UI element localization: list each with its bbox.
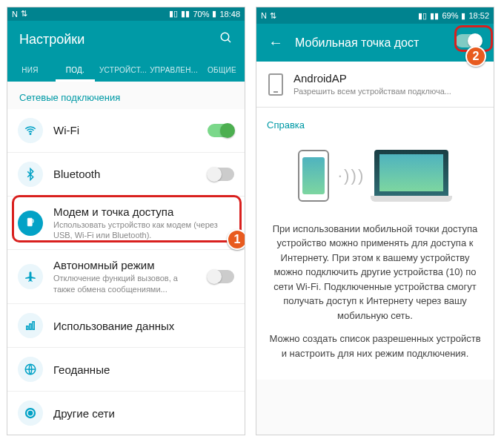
status-bar: N ⇅ ▮▯ ▮▮ 70% ▮ 18:48 — [7, 7, 245, 21]
airplane-toggle[interactable] — [208, 270, 234, 283]
help-label: Справка — [267, 118, 483, 133]
svg-line-1 — [228, 39, 231, 42]
signal-icon: ▮▯ — [169, 9, 178, 19]
battery-percent: 69% — [442, 11, 458, 20]
item-title: Другие сети — [53, 407, 234, 420]
svg-rect-4 — [27, 326, 28, 330]
tab-4[interactable]: ОБЩИЕ — [199, 59, 245, 82]
tab-1[interactable]: ПОД. — [53, 59, 98, 82]
header: ← Мобильная точка дост — [256, 24, 494, 62]
device-icon — [268, 73, 283, 96]
svg-rect-6 — [33, 322, 34, 330]
airplane-icon — [18, 264, 43, 289]
page-title: Мобильная точка дост — [295, 36, 419, 50]
annotation-badge-2: 2 — [465, 46, 486, 67]
item-airplane[interactable]: Автономный режим Отключение функций вызо… — [7, 250, 245, 304]
section-label: Сетевые подключения — [7, 82, 245, 109]
item-bluetooth[interactable]: Bluetooth — [7, 153, 245, 197]
globe-icon — [18, 357, 43, 382]
wifi-toggle[interactable] — [208, 124, 234, 137]
battery-icon: ▮ — [461, 11, 465, 21]
item-title: Wi-Fi — [53, 124, 197, 136]
illust-phone-icon — [298, 150, 329, 202]
help-paragraph-2: Можно создать список разрешенных устройс… — [267, 332, 483, 360]
item-tethering[interactable]: Модем и точка доступа Использовать устро… — [7, 197, 245, 251]
annotation-badge-1: 1 — [227, 229, 245, 250]
tab-0[interactable]: НИЯ — [7, 59, 53, 82]
item-title: Использование данных — [53, 320, 234, 332]
illust-wifi-waves-icon: · ) ) ) — [338, 163, 362, 188]
svg-rect-3 — [27, 218, 32, 226]
item-title: Геоданные — [53, 363, 234, 376]
battery-percent: 70% — [193, 10, 209, 19]
svg-point-2 — [30, 133, 31, 135]
tab-2[interactable]: УСТРОЙСТ... — [98, 59, 148, 82]
tab-3[interactable]: УПРАВЛЕН... — [148, 59, 199, 82]
item-title: Модем и точка доступа — [53, 205, 234, 218]
item-data-usage[interactable]: Использование данных — [7, 304, 245, 348]
more-icon — [18, 400, 43, 426]
transfer-icon: ⇅ — [270, 11, 276, 21]
svg-point-9 — [29, 412, 33, 415]
clock: 18:52 — [468, 11, 489, 20]
status-bar: N ⇅ ▮▯ ▮▮ 69% ▮ 18:52 — [256, 7, 494, 24]
search-button[interactable] — [219, 31, 233, 48]
bluetooth-toggle[interactable] — [208, 168, 234, 181]
search-icon — [219, 31, 233, 44]
item-location[interactable]: Геоданные — [7, 348, 245, 392]
item-title: Bluetooth — [53, 168, 197, 180]
phone-right: N ⇅ ▮▯ ▮▮ 69% ▮ 18:52 ← Мобильная точка … — [256, 7, 494, 435]
item-subtitle: Использовать устройство как модем (через… — [53, 220, 234, 241]
header: Настройки — [7, 21, 245, 59]
phone-left: N ⇅ ▮▯ ▮▮ 70% ▮ 18:48 Настройки НИЯ ПОД.… — [7, 7, 245, 435]
item-other-networks[interactable]: Другие сети — [7, 392, 245, 435]
tethering-icon — [18, 211, 43, 236]
svg-point-0 — [221, 33, 229, 41]
clock: 18:48 — [219, 10, 240, 19]
svg-rect-5 — [30, 324, 31, 330]
transfer-icon: ⇅ — [21, 9, 27, 19]
settings-list: Wi-Fi Bluetooth Модем и точка доступа Ис… — [7, 109, 245, 435]
signal2-icon: ▮▮ — [430, 11, 439, 21]
data-usage-icon — [18, 313, 43, 338]
page-title: Настройки — [19, 32, 84, 47]
help-section: Справка · ) ) ) При использовании мобиль… — [256, 108, 494, 380]
illust-laptop-icon — [371, 150, 452, 202]
back-button[interactable]: ← — [268, 34, 283, 51]
wifi-icon — [18, 118, 43, 143]
help-paragraph-1: При использовании мобильной точки доступ… — [267, 222, 483, 323]
ap-name: AndroidAP — [294, 72, 482, 85]
help-illustration: · ) ) ) — [267, 139, 483, 213]
ap-item[interactable]: AndroidAP Разрешить всем устройствам под… — [256, 62, 494, 108]
item-subtitle: Отключение функций вызовов, а также обме… — [53, 273, 197, 294]
nfc-icon: N — [261, 11, 267, 20]
signal2-icon: ▮▮ — [181, 9, 190, 19]
battery-icon: ▮ — [212, 9, 216, 19]
bluetooth-icon — [18, 162, 43, 187]
item-title: Автономный режим — [53, 259, 197, 271]
ap-subtitle: Разрешить всем устройствам подключа... — [294, 86, 482, 96]
nfc-icon: N — [12, 10, 18, 19]
tabs: НИЯ ПОД. УСТРОЙСТ... УПРАВЛЕН... ОБЩИЕ — [7, 59, 245, 82]
item-wifi[interactable]: Wi-Fi — [7, 109, 245, 153]
signal-icon: ▮▯ — [418, 11, 427, 21]
